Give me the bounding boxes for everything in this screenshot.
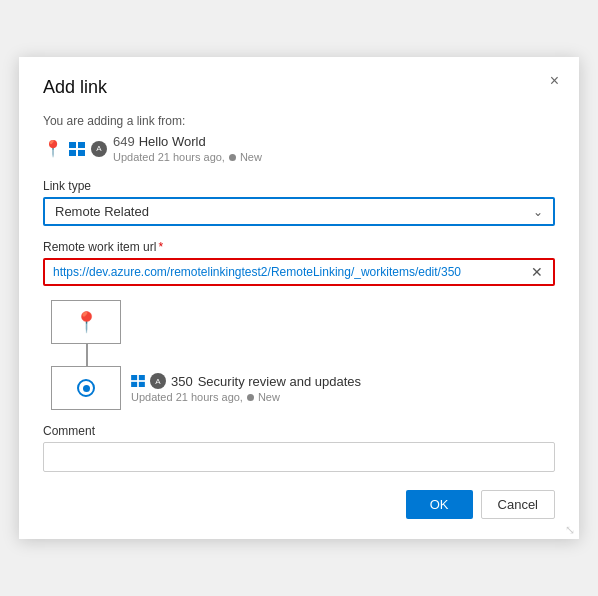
diagram-vertical-line	[86, 344, 88, 366]
dialog-footer: OK Cancel	[43, 490, 555, 519]
remote-url-label: Remote work item url*	[43, 240, 555, 254]
svg-rect-4	[131, 375, 137, 380]
source-item-id: 649	[113, 134, 135, 149]
link-type-value: Remote Related	[55, 204, 149, 219]
target-item-name: Security review and updates	[198, 374, 361, 389]
comment-label: Comment	[43, 424, 555, 438]
diagram-target-box	[51, 366, 121, 410]
target-avatar: A	[150, 373, 166, 389]
link-type-select[interactable]: Remote Related ⌄	[43, 197, 555, 226]
resize-handle: ⤡	[565, 524, 575, 536]
target-circle-icon	[77, 379, 95, 397]
svg-rect-0	[69, 142, 76, 148]
link-type-label: Link type	[43, 179, 555, 193]
svg-rect-1	[78, 142, 85, 148]
diagram-source-box: 📍	[51, 300, 121, 344]
svg-rect-7	[139, 382, 145, 387]
svg-rect-3	[78, 150, 85, 156]
board-icon	[69, 142, 85, 156]
remote-url-field: Remote work item url* ✕	[43, 240, 555, 286]
diagram-bottom-row: A 350 Security review and updates Update…	[51, 366, 361, 410]
source-status: New	[240, 151, 262, 163]
diagram-pin-icon: 📍	[74, 310, 99, 334]
comment-input[interactable]	[43, 442, 555, 472]
link-type-field: Link type Remote Related ⌄	[43, 179, 555, 226]
source-item-meta: Updated 21 hours ago, New	[113, 151, 262, 163]
link-diagram: 📍 A 350 Securi	[43, 300, 555, 410]
target-item-meta: Updated 21 hours ago, New	[131, 391, 361, 403]
comment-field: Comment	[43, 424, 555, 472]
url-input-wrapper: ✕	[43, 258, 555, 286]
svg-rect-2	[69, 150, 76, 156]
remote-url-input[interactable]	[45, 260, 527, 284]
cancel-button[interactable]: Cancel	[481, 490, 555, 519]
chevron-down-icon: ⌄	[533, 205, 543, 219]
target-status-dot	[247, 394, 254, 401]
source-info: 649 Hello World Updated 21 hours ago, Ne…	[113, 134, 262, 163]
pin-icon: 📍	[43, 139, 63, 158]
target-status: New	[258, 391, 280, 403]
target-board-icon	[131, 375, 145, 387]
target-item-id: 350	[171, 374, 193, 389]
ok-button[interactable]: OK	[406, 490, 473, 519]
source-item-name: Hello World	[139, 134, 206, 149]
close-button[interactable]: ×	[546, 71, 563, 91]
add-link-dialog: Add link × You are adding a link from: 📍…	[19, 57, 579, 539]
dialog-title: Add link	[43, 77, 555, 98]
status-dot	[229, 154, 236, 161]
source-avatar: A	[91, 141, 107, 157]
target-info: A 350 Security review and updates Update…	[131, 373, 361, 403]
source-item: 📍 A 649 Hello World Updated 21 hours ago…	[43, 134, 555, 163]
subtitle: You are adding a link from:	[43, 114, 555, 128]
svg-rect-6	[131, 382, 137, 387]
svg-rect-5	[139, 375, 145, 380]
clear-url-button[interactable]: ✕	[527, 263, 547, 281]
